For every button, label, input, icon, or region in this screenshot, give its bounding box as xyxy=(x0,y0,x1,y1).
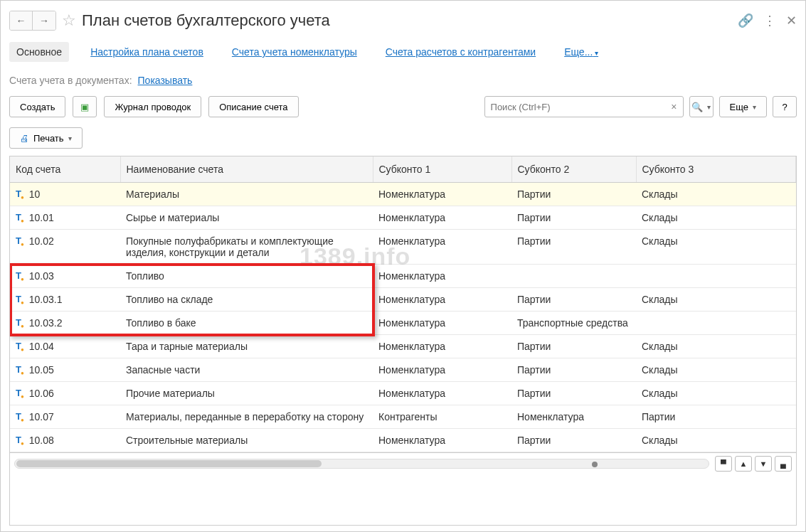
col-name[interactable]: Наименование счета xyxy=(120,156,373,183)
help-button[interactable]: ? xyxy=(773,96,797,117)
cell-subconto2: Партии xyxy=(511,288,636,312)
account-type-icon: T xyxy=(16,270,25,281)
table-row[interactable]: T10.01Сырье и материалыНоменклатураПарти… xyxy=(10,206,796,230)
header-actions: 🔗 ⋮ ✕ xyxy=(738,13,797,28)
cell-code: 10.04 xyxy=(29,341,54,352)
close-icon[interactable]: ✕ xyxy=(786,13,797,28)
cell-subconto3: Склады xyxy=(636,206,796,230)
cell-subconto1: Номенклатура xyxy=(373,230,511,265)
account-type-icon: T xyxy=(16,317,25,328)
cell-subconto1: Номенклатура xyxy=(373,265,511,288)
printer-icon: 🖨 xyxy=(20,133,29,144)
account-type-icon: T xyxy=(16,411,25,422)
cell-subconto1: Номенклатура xyxy=(373,429,511,452)
tab-plan-settings[interactable]: Настройка плана счетов xyxy=(83,42,211,62)
scrollbar-thumb[interactable] xyxy=(16,460,322,467)
account-type-icon: T xyxy=(16,388,25,398)
cell-subconto3 xyxy=(636,265,796,288)
account-type-icon: T xyxy=(16,364,25,375)
cell-code: 10.06 xyxy=(29,388,54,399)
cell-subconto1: Номенклатура xyxy=(373,206,511,230)
cell-subconto2: Партии xyxy=(511,429,636,452)
search-clear-icon[interactable]: × xyxy=(671,101,677,112)
tab-more[interactable]: Еще... xyxy=(557,42,605,62)
cell-subconto3: Склады xyxy=(636,230,796,265)
table-row[interactable]: T10.08Строительные материалыНоменклатура… xyxy=(10,429,796,452)
favorite-icon[interactable]: ☆ xyxy=(62,11,76,30)
cell-subconto1: Номенклатура xyxy=(373,358,511,382)
table-row[interactable]: T10.05Запасные частиНоменклатураПартииСк… xyxy=(10,358,796,382)
cell-subconto2: Партии xyxy=(511,358,636,382)
kebab-menu-icon[interactable]: ⋮ xyxy=(763,13,776,28)
forward-button[interactable]: → xyxy=(33,11,55,30)
accounts-table: Код счета Наименование счета Субконто 1 … xyxy=(10,156,796,452)
tab-main[interactable]: Основное xyxy=(9,42,69,62)
table-footer: ▀ ▲ ▼ ▄ xyxy=(10,452,796,474)
page-title: План счетов бухгалтерского учета xyxy=(82,11,732,30)
table-row[interactable]: T10.03ТопливоНоменклатура xyxy=(10,265,796,288)
account-type-icon: T xyxy=(16,435,25,445)
cell-subconto2: Партии xyxy=(511,335,636,358)
docs-accounts-link[interactable]: Показывать xyxy=(138,75,193,86)
more-button[interactable]: Еще xyxy=(719,96,767,117)
search-box: × xyxy=(484,96,684,117)
table-row[interactable]: T10.03.2Топливо в бакеНоменклатураТрансп… xyxy=(10,312,796,335)
cell-subconto3: Партии xyxy=(636,405,796,429)
table-row[interactable]: T10.06Прочие материалыНоменклатураПартии… xyxy=(10,382,796,405)
col-subconto3[interactable]: Субконто 3 xyxy=(636,156,796,183)
col-subconto2[interactable]: Субконто 2 xyxy=(511,156,636,183)
table-row[interactable]: T10.02Покупные полуфабрикаты и комплекту… xyxy=(10,230,796,265)
cell-subconto1: Номенклатура xyxy=(373,312,511,335)
account-type-icon: T xyxy=(16,188,25,199)
cell-code: 10.03 xyxy=(29,270,54,282)
table-row[interactable]: T10.07Материалы, переданные в переработк… xyxy=(10,405,796,429)
scroll-top-button[interactable]: ▀ xyxy=(715,456,732,472)
cell-code: 10.05 xyxy=(29,364,54,376)
cell-code: 10.07 xyxy=(29,411,54,422)
cell-subconto1: Номенклатура xyxy=(373,288,511,312)
table-row[interactable]: T10МатериалыНоменклатураПартииСклады xyxy=(10,183,796,206)
link-icon[interactable]: 🔗 xyxy=(738,13,753,28)
cell-subconto2: Партии xyxy=(511,183,636,206)
scroll-bottom-button[interactable]: ▄ xyxy=(775,456,792,472)
journal-button[interactable]: Журнал проводок xyxy=(104,96,201,117)
table-row[interactable]: T10.04Тара и тарные материалыНоменклатур… xyxy=(10,335,796,358)
scroll-up-button[interactable]: ▲ xyxy=(735,456,752,472)
account-type-icon: T xyxy=(16,212,25,223)
cell-subconto1: Номенклатура xyxy=(373,382,511,405)
table-row[interactable]: T10.03.1Топливо на складеНоменклатураПар… xyxy=(10,288,796,312)
cell-code: 10.03.1 xyxy=(29,294,63,305)
cell-subconto2: Номенклатура xyxy=(511,405,636,429)
col-subconto1[interactable]: Субконто 1 xyxy=(373,156,511,183)
search-wrap: × 🔍 Еще ? xyxy=(484,96,797,117)
print-label: Печать xyxy=(33,133,64,144)
cell-subconto3: Склады xyxy=(636,335,796,358)
cell-subconto2 xyxy=(511,265,636,288)
horizontal-scrollbar[interactable] xyxy=(14,459,709,469)
docs-accounts-label: Счета учета в документах: xyxy=(9,75,132,86)
print-button[interactable]: 🖨 Печать xyxy=(9,127,83,149)
back-button[interactable]: ← xyxy=(10,11,33,30)
col-code[interactable]: Код счета xyxy=(10,156,120,183)
cell-subconto2: Партии xyxy=(511,230,636,265)
cell-subconto3: Склады xyxy=(636,429,796,452)
description-button[interactable]: Описание счета xyxy=(208,96,298,117)
scroll-down-button[interactable]: ▼ xyxy=(755,456,772,472)
cell-code: 10.01 xyxy=(29,212,54,223)
tab-accounts-contractors[interactable]: Счета расчетов с контрагентами xyxy=(378,42,543,62)
tab-accounts-nomenclature[interactable]: Счета учета номенклатуры xyxy=(225,42,364,62)
main-window: 1389.info ← → ☆ План счетов бухгалтерско… xyxy=(0,0,806,532)
accounts-table-wrap: Код счета Наименование счета Субконто 1 … xyxy=(9,156,797,526)
print-row: 🖨 Печать xyxy=(9,124,797,156)
account-type-icon: T xyxy=(16,341,25,351)
tab-bar: Основное Настройка плана счетов Счета уч… xyxy=(9,39,797,70)
cell-code: 10.03.2 xyxy=(29,317,63,329)
sub-header: Счета учета в документах: Показывать xyxy=(9,70,797,93)
create-button[interactable]: Создать xyxy=(9,96,65,117)
search-options-button[interactable]: 🔍 xyxy=(689,96,714,117)
cell-name: Топливо xyxy=(120,265,373,288)
cell-name: Топливо на складе xyxy=(120,288,373,312)
copy-button[interactable]: ▣ xyxy=(73,96,97,117)
magnifier-icon: 🔍 xyxy=(691,102,703,112)
search-input[interactable] xyxy=(491,102,672,112)
